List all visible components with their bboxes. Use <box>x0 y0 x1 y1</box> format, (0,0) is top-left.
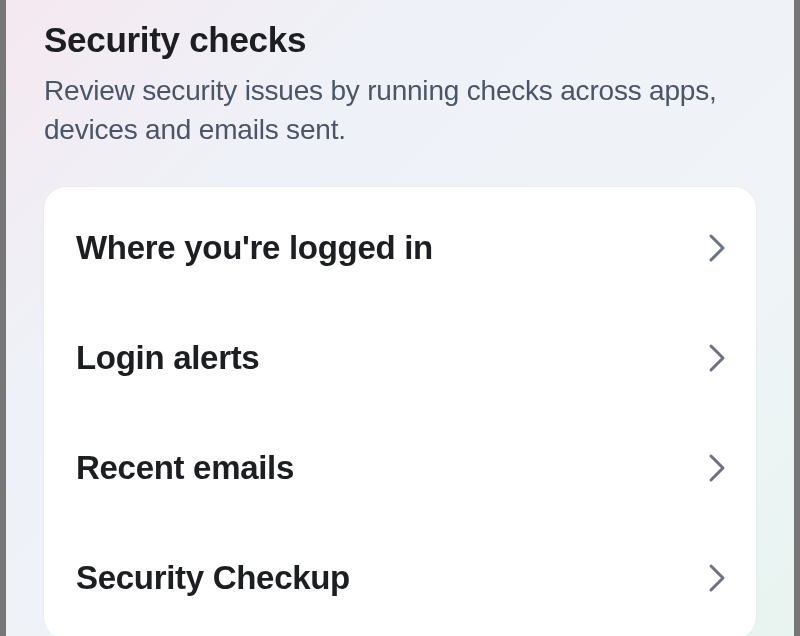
frame-border-right <box>794 0 800 636</box>
chevron-right-icon <box>708 233 726 263</box>
item-label: Recent emails <box>76 449 294 487</box>
item-label: Security Checkup <box>76 559 350 597</box>
security-checks-section: Security checks Review security issues b… <box>0 20 800 636</box>
item-login-alerts[interactable]: Login alerts <box>44 303 756 413</box>
security-checks-card: Where you're logged in Login alerts Rece… <box>44 187 756 636</box>
section-description: Review security issues by running checks… <box>44 72 756 149</box>
section-title: Security checks <box>44 20 756 60</box>
item-security-checkup[interactable]: Security Checkup <box>44 523 756 633</box>
chevron-right-icon <box>708 453 726 483</box>
item-label: Where you're logged in <box>76 229 433 267</box>
chevron-right-icon <box>708 343 726 373</box>
item-where-logged-in[interactable]: Where you're logged in <box>44 193 756 303</box>
chevron-right-icon <box>708 563 726 593</box>
item-recent-emails[interactable]: Recent emails <box>44 413 756 523</box>
item-label: Login alerts <box>76 339 259 377</box>
frame-border-left <box>0 0 6 636</box>
